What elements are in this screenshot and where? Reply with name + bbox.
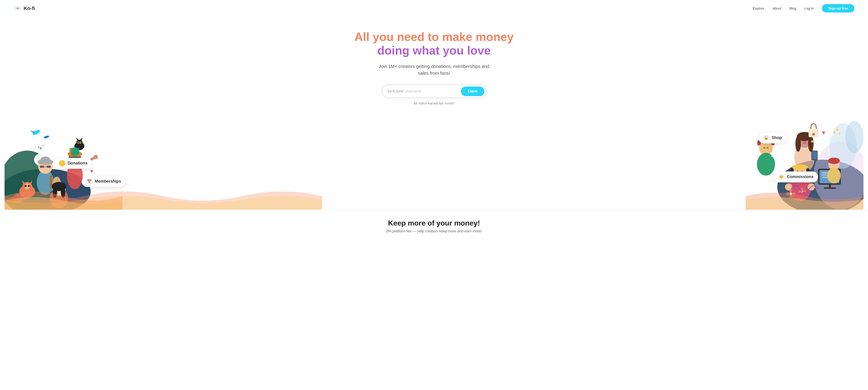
svg-point-92 (792, 165, 808, 169)
claim-form: ko-fi.com/ Claim (382, 85, 486, 98)
svg-text:♥: ♥ (822, 130, 825, 136)
svg-rect-37 (69, 148, 71, 155)
svg-point-110 (812, 133, 815, 136)
logo-text: Ko-fi (24, 5, 35, 11)
svg-point-84 (803, 142, 806, 144)
donations-icon: 🪙 (59, 160, 65, 167)
svg-point-66 (845, 121, 864, 153)
svg-rect-27 (47, 166, 51, 168)
bottom-title: Keep more of your money! (4, 219, 864, 227)
illustration-area: ♪ (4, 114, 864, 210)
svg-point-40 (93, 155, 98, 159)
svg-point-62 (38, 146, 39, 148)
svg-point-60 (40, 147, 42, 149)
svg-point-2 (16, 7, 17, 8)
svg-rect-107 (829, 184, 831, 188)
badge-commissions: 🤝 Commissions (774, 171, 818, 183)
svg-text:✦: ✦ (771, 155, 773, 158)
signup-button[interactable]: Sign up free (822, 4, 855, 12)
svg-point-113 (793, 192, 796, 195)
nav-explore[interactable]: Explore (753, 6, 764, 10)
logo[interactable]: Ko-fi (13, 4, 35, 12)
svg-point-116 (790, 193, 792, 195)
svg-point-120 (798, 190, 801, 193)
bottom-section: Keep more of your money! 0% platform fee… (0, 210, 868, 238)
bottom-subtitle: 0% platform fee — help creators keep mor… (4, 229, 864, 233)
svg-point-81 (796, 136, 801, 152)
hero-title: All you need to make money doing what yo… (4, 30, 864, 57)
shop-icon: 🔒 (763, 135, 769, 141)
commissions-label: Commissions (787, 174, 813, 179)
commissions-icon: 🤝 (778, 174, 784, 180)
svg-point-61 (42, 145, 44, 146)
svg-point-3 (19, 7, 20, 8)
hero-wave (4, 183, 322, 210)
hero-title-line1: All you need to make money (4, 30, 864, 44)
svg-point-17 (78, 142, 79, 143)
hero-subtitle: Join 1M+ creators getting donations, mem… (375, 63, 493, 77)
svg-point-82 (808, 136, 813, 152)
hero-title-line2: doing what you love (4, 44, 864, 57)
url-prefix: ko-fi.com/ (388, 89, 403, 93)
badge-shop: 🔒 Shop (758, 133, 786, 143)
svg-point-41 (71, 147, 79, 157)
hero-section: All you need to make money doing what yo… (0, 17, 868, 210)
nav-about[interactable]: About (772, 6, 781, 10)
claim-button[interactable]: Claim (461, 87, 485, 96)
svg-point-115 (789, 195, 793, 198)
navbar: Ko-fi Explore About Blog Log In Sign up … (0, 0, 868, 17)
svg-marker-14 (80, 137, 83, 141)
svg-rect-26 (40, 166, 44, 168)
svg-point-112 (789, 189, 793, 192)
svg-rect-86 (812, 151, 817, 160)
earned-text: $8 million earned last month! (4, 102, 864, 105)
svg-text:♥: ♥ (90, 168, 93, 174)
svg-point-118 (801, 187, 804, 190)
svg-point-18 (80, 142, 81, 143)
svg-point-114 (786, 192, 789, 195)
svg-marker-13 (76, 137, 79, 141)
svg-point-25 (40, 157, 50, 164)
svg-point-69 (839, 133, 840, 134)
nav-blog[interactable]: Blog (789, 6, 796, 10)
svg-point-83 (811, 140, 813, 143)
donations-label: Donations (68, 161, 88, 166)
svg-point-106 (827, 168, 841, 184)
badge-donations: 🪙 Donations (55, 158, 92, 169)
logo-icon (13, 4, 22, 12)
svg-point-12 (76, 140, 83, 146)
svg-rect-108 (824, 187, 836, 189)
svg-point-105 (828, 158, 840, 164)
svg-point-68 (836, 129, 838, 131)
nav-links: Explore About Blog Log In Sign up free (753, 4, 855, 12)
nav-login[interactable]: Log In (805, 6, 814, 10)
shop-label: Shop (772, 135, 782, 140)
username-input[interactable] (403, 88, 461, 95)
